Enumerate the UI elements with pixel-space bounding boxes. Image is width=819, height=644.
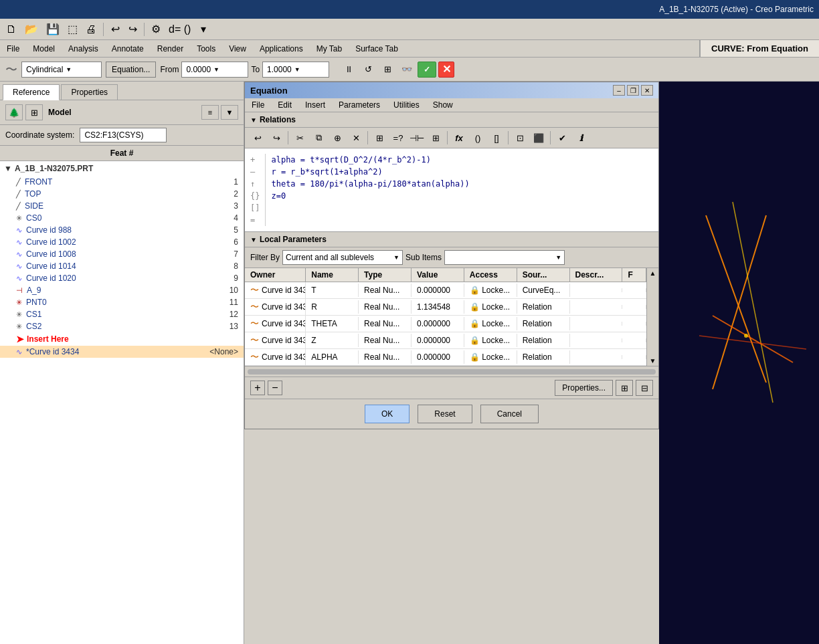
rel-eval-btn[interactable]: =? (389, 130, 407, 146)
rel-paste-btn[interactable]: ⊕ (329, 130, 346, 146)
redo-btn[interactable]: ↪ (124, 21, 141, 37)
tree-settings-btn[interactable]: ▼ (221, 105, 238, 120)
hscroll-thumb[interactable] (248, 369, 656, 374)
rel-grid-btn[interactable]: ⊞ (427, 130, 444, 146)
relation-btn[interactable]: d= () (165, 21, 194, 37)
tree-item-curve3434[interactable]: ∿ *Curve id 3434 <None> (0, 346, 244, 358)
layers-icon-btn[interactable]: ⊞ (25, 104, 43, 120)
rel-redo-btn[interactable]: ↪ (268, 130, 285, 146)
rel-block-btn[interactable]: ⬛ (530, 130, 547, 146)
param-row-alpha[interactable]: 〜 Curve id 3434 ALPHA Real Nu... 0.00000… (245, 349, 646, 366)
menu-render[interactable]: Render (151, 40, 190, 57)
tree-expand-btn[interactable]: ≡ (201, 105, 219, 120)
menu-view[interactable]: View (222, 40, 253, 57)
save-copy-btn[interactable]: ⬚ (64, 21, 81, 37)
tree-icon-btn[interactable]: 🌲 (5, 104, 23, 120)
param-row-theta[interactable]: 〜 Curve id 3434 THETA Real Nu... 0.00000… (245, 316, 646, 332)
tree-item-curve1008[interactable]: ∿ Curve id 1008 7 (0, 248, 244, 260)
tree-item-front[interactable]: ╱ FRONT 1 (0, 176, 244, 188)
sub-items-input[interactable]: ▼ (444, 250, 565, 265)
menu-my-tab[interactable]: My Tab (310, 40, 349, 57)
relations-header[interactable]: ▼ Relations (245, 112, 658, 128)
menu-annotate[interactable]: Annotate (105, 40, 151, 57)
menu-model[interactable]: Model (26, 40, 62, 57)
menu-tools[interactable]: Tools (190, 40, 222, 57)
eq-menu-parameters[interactable]: Parameters (332, 98, 387, 112)
columns-btn[interactable]: ⊟ (636, 380, 653, 396)
tree-item-pnt0[interactable]: ✳ PNT0 11 (0, 296, 244, 308)
param-row-z[interactable]: 〜 Curve id 3434 Z Real Nu... 0.000000 🔒 … (245, 332, 646, 349)
3d-viewport[interactable] (659, 82, 819, 644)
properties-btn[interactable]: Properties... (555, 380, 613, 396)
add-param-btn[interactable]: + (250, 381, 265, 395)
dialog-ok-btn[interactable]: OK (365, 405, 410, 423)
tree-item-curve988[interactable]: ∿ Curve id 988 5 (0, 224, 244, 236)
code-editor-content[interactable]: alpha = t*sqrt(D_O^2/(4*r_b^2)-1) r = r_… (271, 154, 653, 226)
scroll-up-icon[interactable]: ▲ (650, 270, 656, 277)
eq-menu-show[interactable]: Show (426, 98, 460, 112)
coord-value-box[interactable]: CS2:F13(CSYS) (80, 128, 167, 142)
menu-surface-tab[interactable]: Surface Tab (349, 40, 405, 57)
coord-dropdown[interactable]: Cylindrical ▼ (21, 62, 102, 78)
param-row-r[interactable]: 〜 Curve id 3434 R Real Nu... 1.134548 🔒 … (245, 299, 646, 316)
table-scrollbar[interactable]: ▲ ▼ (646, 268, 658, 366)
tree-item-side[interactable]: ╱ SIDE 3 (0, 200, 244, 212)
eq-menu-insert[interactable]: Insert (298, 98, 332, 112)
menu-file[interactable]: File (0, 40, 26, 57)
save-btn[interactable]: 💾 (43, 21, 63, 37)
undo-btn[interactable]: ↩ (107, 21, 123, 37)
param-row-t[interactable]: 〜 Curve id 3434 T Real Nu... 0.000000 🔒 … (245, 282, 646, 299)
menu-applications[interactable]: Applications (253, 40, 310, 57)
rel-table-btn[interactable]: ⊡ (511, 130, 529, 146)
tree-item-curve1002[interactable]: ∿ Curve id 1002 6 (0, 236, 244, 248)
menu-analysis[interactable]: Analysis (62, 40, 105, 57)
tab-reference[interactable]: Reference (3, 84, 60, 100)
rel-check-btn[interactable]: ✔ (553, 130, 571, 146)
tree-item-curve1014[interactable]: ∿ Curve id 1014 8 (0, 260, 244, 272)
glasses-button[interactable]: 👓 (398, 62, 416, 78)
rel-undo-btn[interactable]: ↩ (249, 130, 266, 146)
tree-item-a9[interactable]: ⊣ A_9 10 (0, 284, 244, 296)
tree-item-cs1[interactable]: ✳ CS1 12 (0, 308, 244, 320)
refresh-button[interactable]: ↺ (359, 62, 377, 78)
eq-close-btn[interactable]: ✕ (641, 85, 653, 96)
pause-button[interactable]: ⏸ (340, 62, 357, 78)
horizontal-scrollbar[interactable] (245, 366, 658, 377)
tree-item-cs2[interactable]: ✳ CS2 13 (0, 320, 244, 332)
grid-view-btn[interactable]: ⊞ (616, 380, 633, 396)
eq-menu-edit[interactable]: Edit (271, 98, 298, 112)
tree-item-top[interactable]: ╱ TOP 2 (0, 188, 244, 200)
rel-delete-btn[interactable]: ✕ (347, 130, 365, 146)
tab-properties[interactable]: Properties (61, 84, 118, 100)
tree-root[interactable]: ▼ A_1B_1-N32075.PRT (0, 161, 244, 176)
scroll-down-icon[interactable]: ▼ (650, 357, 656, 364)
from-value-select[interactable]: 0.0000 ▼ (181, 62, 248, 78)
to-value-select[interactable]: 1.0000 ▼ (262, 62, 329, 78)
more-btn[interactable]: ▾ (195, 21, 211, 37)
cancel-button[interactable]: ✕ (438, 62, 454, 78)
view-button[interactable]: ⊞ (379, 62, 396, 78)
rel-paren-btn[interactable]: () (469, 130, 486, 146)
print-btn[interactable]: 🖨 (82, 21, 100, 37)
new-btn[interactable]: 🗋 (3, 21, 20, 37)
rel-info-btn[interactable]: ℹ (572, 130, 589, 146)
params-header[interactable]: ▼ Local Parameters (245, 232, 658, 247)
eq-minimize-btn[interactable]: – (613, 85, 625, 96)
eq-menu-utilities[interactable]: Utilities (387, 98, 426, 112)
filter-dropdown[interactable]: Current and all sublevels ▼ (282, 250, 403, 265)
dialog-cancel-btn[interactable]: Cancel (480, 405, 539, 423)
rel-align-btn[interactable]: ⊣⊢ (408, 130, 426, 146)
settings-btn[interactable]: ⚙ (148, 21, 164, 37)
rel-format-btn[interactable]: ⊞ (371, 130, 388, 146)
tree-item-cs0[interactable]: ✳ CS0 4 (0, 212, 244, 224)
equation-button[interactable]: Equation... (106, 62, 156, 78)
eq-menu-file[interactable]: File (245, 98, 271, 112)
rel-bracket-btn[interactable]: [] (488, 130, 505, 146)
equation-editor[interactable]: + – ↑ {} [] = alpha = t*sqrt(D_O^2/(4*r_… (245, 148, 658, 231)
tree-item-curve1020[interactable]: ∿ Curve id 1020 9 (0, 272, 244, 284)
eq-restore-btn[interactable]: ❐ (627, 85, 639, 96)
rel-cut-btn[interactable]: ✂ (291, 130, 308, 146)
open-btn[interactable]: 📂 (21, 21, 41, 37)
rel-fx-btn[interactable]: fx (450, 130, 468, 146)
rel-copy-btn[interactable]: ⧉ (310, 130, 327, 146)
